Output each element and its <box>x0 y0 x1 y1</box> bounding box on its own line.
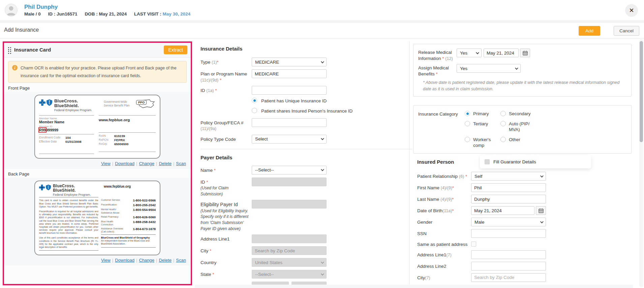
back-delete-link[interactable]: Delete <box>159 258 172 263</box>
last-visit-value[interactable]: May 30, 2024 <box>162 11 190 17</box>
vertical-scrollbar[interactable] <box>639 39 643 287</box>
front-view-link[interactable]: View <box>101 161 111 166</box>
insured-dob-calendar-button[interactable] <box>536 206 546 215</box>
card-back-phone-list: Customer Service:1-800-522-5566 Precerti… <box>101 197 156 252</box>
release-date-input[interactable] <box>484 49 519 57</box>
front-change-link[interactable]: Change <box>139 161 154 166</box>
insurance-card-panel: Insurance Card Extract i Charm OCR is en… <box>3 41 192 285</box>
chevron-down-icon <box>321 272 324 276</box>
other-radio[interactable] <box>500 137 506 142</box>
patient-sex-age: Male / 0 <box>24 11 41 17</box>
category-other-option[interactable]: Other <box>500 137 541 149</box>
workers-comp-radio[interactable] <box>465 137 470 142</box>
assign-benefits-select[interactable]: Yes <box>457 64 521 73</box>
chevron-down-icon <box>515 66 518 70</box>
add-button[interactable]: Add <box>579 26 600 36</box>
first-name-input[interactable] <box>471 183 546 192</box>
insured-dob-input[interactable] <box>471 206 534 215</box>
insurance-id-input[interactable] <box>252 86 327 95</box>
plan-name-input[interactable] <box>252 69 327 78</box>
back-card-stage: BlueCross. BlueShield. Federal Employee … <box>4 178 191 265</box>
back-change-link[interactable]: Change <box>139 258 154 263</box>
fill-guarantor-control[interactable]: Fill Guarantor Details <box>480 155 591 168</box>
blueshield-logo-icon <box>47 99 52 106</box>
shared-id-radio-option[interactable]: Patient shares Insured Person's Insuranc… <box>252 108 353 115</box>
front-page-label: Front Page <box>8 86 191 91</box>
secondary-radio[interactable] <box>500 111 506 116</box>
card-front-left-column: Member Name Member Name Member ID R99999… <box>39 114 97 155</box>
add-insurance-modal: Phil Dunphy Male / 0 ID : Jun16571 DOB :… <box>0 0 644 288</box>
front-scan-link[interactable]: Scan <box>176 161 186 166</box>
last-name-input[interactable] <box>471 195 546 203</box>
payer-name-select[interactable]: --Select-- <box>252 166 327 174</box>
form-content: Insurance Card Extract i Charm OCR is en… <box>0 38 644 288</box>
type-select[interactable]: MEDICARE <box>252 58 327 66</box>
gender-label: Gender <box>417 218 471 226</box>
add-insurance-toolbar: Add Insurance Add Cancel <box>0 23 644 38</box>
back-card-actions: View|Download|Change|Delete|Scan <box>4 255 191 265</box>
category-secondary-option[interactable]: Secondary <box>500 111 541 117</box>
rxiin-label: RxIIN <box>99 134 114 138</box>
gender-select[interactable]: Male <box>471 218 546 226</box>
fill-guarantor-label: Fill Guarantor Details <box>493 159 536 164</box>
primary-radio[interactable] <box>465 111 470 116</box>
insured-city-input[interactable] <box>471 273 546 282</box>
tertiary-radio[interactable] <box>465 121 470 126</box>
unique-id-radio-option[interactable]: Patient has Unique Insurance ID <box>252 98 353 104</box>
release-medical-box: Release Medical Information * (12) Yes <box>413 44 632 97</box>
card-plan-text: Government-Wide Service Benefit Plan <box>104 100 130 108</box>
insured-person-heading: Insured Person <box>417 159 454 165</box>
release-medical-select[interactable]: Yes <box>457 49 482 57</box>
patient-dob-value: May 21, 2024 <box>99 11 127 17</box>
scrollbar-thumb[interactable] <box>640 41 643 142</box>
chevron-down-icon <box>321 260 324 264</box>
back-view-link[interactable]: View <box>101 258 111 263</box>
insured-address2-input[interactable] <box>471 262 546 270</box>
unique-id-radio[interactable] <box>252 98 257 103</box>
payer-name-label: Name * <box>201 166 252 174</box>
ocr-notice: i Charm OCR is enabled for your practice… <box>8 61 187 83</box>
payer-state-label: State * <box>201 270 252 279</box>
close-icon: ✕ <box>629 7 634 14</box>
ppo-label: PPO <box>136 100 147 105</box>
front-download-link[interactable]: Download <box>115 161 134 166</box>
extract-button[interactable]: Extract <box>164 45 187 54</box>
insurance-card-front-image[interactable]: BlueCross. BlueShield. Federal Employee … <box>34 95 160 159</box>
category-auto-option[interactable]: Auto (PIP/ MVA) <box>500 121 541 133</box>
ssn-input[interactable] <box>471 229 546 238</box>
cancel-button[interactable]: Cancel <box>614 26 639 36</box>
policy-type-code-select[interactable]: Select <box>252 135 327 143</box>
category-workers-comp-option[interactable]: Worker's comp <box>465 137 500 149</box>
patient-relationship-label: Patient Relationship (6) * <box>417 172 471 181</box>
patient-relationship-select[interactable]: Self <box>471 172 546 181</box>
policy-group-input[interactable] <box>252 118 327 127</box>
back-download-link[interactable]: Download <box>115 258 134 263</box>
back-paragraph-1: This card is used to obtain covered bene… <box>39 199 98 208</box>
category-tertiary-option[interactable]: Tertiary <box>465 121 500 133</box>
shared-id-radio[interactable] <box>252 108 257 113</box>
close-button[interactable]: ✕ <box>625 4 638 17</box>
back-paragraph-2: Precertification is required for all hos… <box>39 210 98 234</box>
member-name-value: Member Name <box>39 120 94 124</box>
chevron-down-icon <box>321 168 324 171</box>
insurance-card-back-image[interactable]: BlueCross. BlueShield. Federal Employee … <box>34 181 160 255</box>
category-primary-option[interactable]: Primary <box>465 111 500 117</box>
same-address-checkbox[interactable] <box>471 242 476 247</box>
payer-country-select: United States <box>252 258 327 267</box>
patient-header: Phil Dunphy Male / 0 ID : Jun16571 DOB :… <box>0 0 644 20</box>
back-scan-link[interactable]: Scan <box>176 258 186 263</box>
insured-address1-input[interactable] <box>471 250 546 259</box>
card-brand-line2: BlueShield. <box>54 103 92 108</box>
auto-radio[interactable] <box>500 121 506 126</box>
insured-address2-label: Address Line2 <box>417 262 471 270</box>
chevron-down-icon <box>321 137 324 140</box>
chevron-down-icon <box>540 220 544 223</box>
front-delete-link[interactable]: Delete <box>159 161 172 166</box>
drag-handle-icon[interactable] <box>8 47 11 54</box>
type-label: Type (1)* <box>201 58 252 66</box>
fill-guarantor-checkbox[interactable] <box>485 159 490 164</box>
release-date-calendar-button[interactable] <box>520 49 530 57</box>
patient-name[interactable]: Phil Dunphy <box>24 3 644 10</box>
ocr-notice-text: Charm OCR is enabled for your practice. … <box>21 66 177 78</box>
effective-date-label: Effective Date <box>39 140 65 143</box>
